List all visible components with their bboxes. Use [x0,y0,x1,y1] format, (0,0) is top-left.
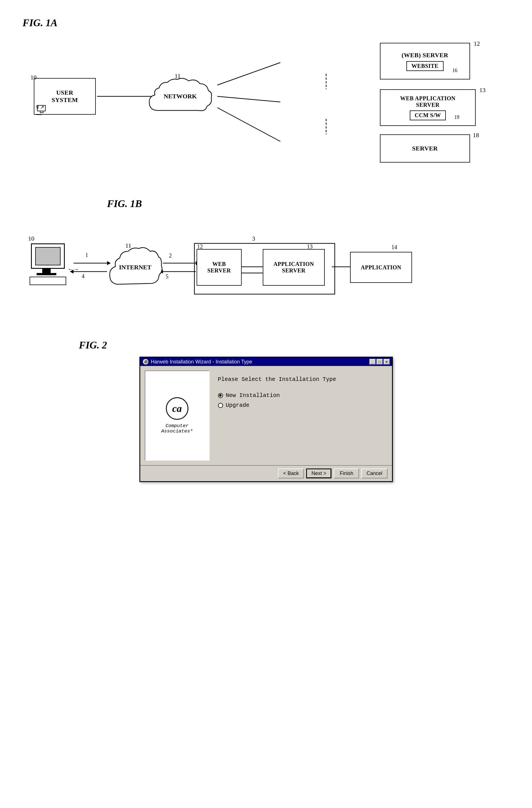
minimize-button[interactable]: _ [369,359,376,365]
dialog-content: Please Select the Installation Type New … [215,370,387,461]
web-server-label: (WEB) SERVER [402,52,448,59]
radio-new-installation-circle[interactable] [218,393,223,398]
node-12: 12 [474,40,480,47]
fig1b-label: FIG. 1B [107,198,510,209]
back-button[interactable]: < Back [278,469,304,478]
radio-new-installation[interactable]: New Installation [218,392,385,399]
web-server-box: (WEB) SERVER WEBSITE [380,43,470,79]
node-19: 19 [454,114,459,120]
application-label: APPLICATION [361,264,401,271]
computer-graphic: ←→ [28,238,71,294]
network-cloud: NETWORK [144,74,217,119]
titlebar-left: ⊙ Harweb Installation Wizard - Installat… [142,359,252,365]
dialog-body: ca Computer Associates* Please Select th… [140,366,392,465]
installation-wizard-dialog: ⊙ Harweb Installation Wizard - Installat… [139,357,393,482]
finish-button[interactable]: Finish [334,469,359,478]
fig1a-diagram: USERSYSTEM 10 9 ↗ NETWORK 11 (WEB) SERVE… [22,34,510,181]
web-server-1b-label: WEBSERVER [207,261,231,274]
dialog-title: Harweb Installation Wizard - Installatio… [151,359,252,365]
radio-upgrade-circle[interactable] [218,403,223,408]
svg-line-1 [217,62,281,85]
internet-cloud: INTERNET [106,243,165,291]
svg-line-2 [217,96,281,102]
arrow-label-4: 4 [82,273,84,279]
node-11b: 11 [125,242,131,249]
fig1a-section: FIG. 1A USERSYSTEM 10 [22,17,510,181]
radio-upgrade-label: Upgrade [226,402,249,408]
titlebar-icon: ⊙ [142,359,149,365]
application-box: APPLICATION [350,252,412,283]
radio-new-installation-label: New Installation [226,392,280,399]
logo-company-text: Computer Associates* [151,423,203,434]
content-title: Please Select the Installation Type [218,376,385,383]
arrow-label-5: 5 [166,273,168,280]
web-app-server-label: WEB APPLICATIONSERVER [400,95,456,108]
node-9: 9 ↗ [36,104,44,110]
fig1b-section: FIG. 1B [22,198,510,322]
close-button[interactable]: × [384,359,390,365]
ccm-sw-box: CCM S/W [410,110,446,120]
web-app-server-box: WEB APPLICATIONSERVER CCM S/W [380,89,476,126]
server-box: SERVER [380,134,470,163]
node-18: 18 [473,132,479,139]
radio-group: New Installation Upgrade [218,392,385,408]
svg-line-3 [217,108,281,142]
user-system-label: USERSYSTEM [52,89,78,104]
website-inner-box: WEBSITE [406,61,443,71]
fig1a-label: FIG. 1A [22,17,510,29]
node-11a: 11 [175,72,180,80]
dialog-wrapper: ⊙ Harweb Installation Wizard - Installat… [22,357,510,482]
titlebar-buttons: _ □ × [369,359,390,365]
dialog-titlebar: ⊙ Harweb Installation Wizard - Installat… [140,357,392,366]
node-10: 10 [31,74,37,81]
ca-logo: ca [166,397,188,420]
radio-upgrade[interactable]: Upgrade [218,402,385,408]
arrow-label-2: 2 [169,253,172,259]
web-server-box-1b: WEBSERVER [196,249,242,286]
dialog-footer: < Back Next > Finish Cancel [140,465,392,481]
network-label: NETWORK [164,93,196,100]
next-button[interactable]: Next > [306,469,332,478]
node-12b: 12 [197,243,203,250]
maximize-button[interactable]: □ [377,359,383,365]
arrow-label-1: 1 [86,252,88,258]
server-label: SERVER [412,145,438,152]
logo-panel: ca Computer Associates* [145,370,210,461]
fig2-section: FIG. 2 ⊙ Harweb Installation Wizard - In… [22,339,510,482]
fig1b-diagram: ←→ 10 1 4 INTERNET 11 2 5 3 WEBSERVER 12 [22,215,510,322]
app-server-label: APPLICATIONSERVER [273,261,314,274]
node-13b: 13 [307,243,312,250]
internet-label: INTERNET [119,264,152,271]
ca-letters: ca [172,403,182,415]
node-10b: 10 [28,235,34,242]
app-server-box: APPLICATIONSERVER [263,249,325,286]
node-16: 16 [452,68,457,74]
cancel-button[interactable]: Cancel [361,469,387,478]
node-14: 14 [392,244,397,251]
node-13: 13 [479,87,486,94]
fig2-label: FIG. 2 [79,339,510,351]
node-3: 3 [252,235,255,242]
